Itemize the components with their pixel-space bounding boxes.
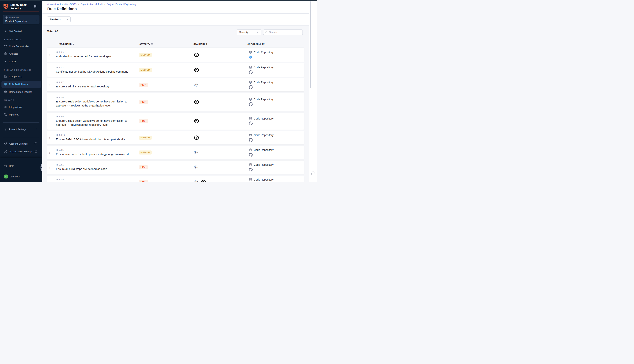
chevron-down-icon [66,18,68,20]
owasp-icon [194,118,199,124]
breadcrumb-separator-icon: › [78,3,79,6]
expand-chevron-icon[interactable]: › [49,68,50,72]
project-selector[interactable]: PROJECT Product Exploratory › [3,15,40,24]
gear-icon [4,128,7,131]
sidebar-section-supply-chain: SUPPLY CHAIN [4,38,21,41]
total-count: Total: 65 [47,30,58,33]
sidebar-item-remediation-tracker[interactable]: Remediation Tracker [0,89,42,94]
home-icon [4,30,7,32]
svg-text:?: ? [5,165,6,166]
github-icon [249,102,253,106]
expand-chevron-icon[interactable]: › [49,53,50,56]
applicable-on-label: Code Repository [254,178,273,181]
standards-cell [194,99,199,104]
rule-title: Certificate not verified by GitHub Actio… [56,70,138,74]
applicable-on-cell: Code Repository [249,178,273,181]
user-menu[interactable]: L Lavakush [0,174,42,179]
cis-icon [194,150,199,155]
expand-chevron-icon[interactable]: › [49,182,50,182]
severity-filter-dropdown[interactable]: Severity [237,29,261,35]
standards-cell [194,82,199,88]
breadcrumb-organization-link[interactable]: Organization: default [81,3,103,6]
cis-icon [194,165,199,170]
sidebar-item-label: Code Repositories [9,45,29,48]
breadcrumb-account-link[interactable]: Account: Automation-SSCA [47,3,77,6]
applicable-on-cell: Code Repository [249,148,273,157]
table-row[interactable]: › Id: 1.3.7 Ensure 2 admins are set for … [47,78,304,92]
sidebar-item-artifacts[interactable]: Artifacts [0,51,42,56]
breadcrumb-project-link[interactable]: Project: Product Exploratory [107,3,137,6]
sidebar-item-help[interactable]: ? Help [0,163,42,168]
code-repository-icon [249,117,252,120]
applicable-on-cell: Code Repository [249,163,273,172]
sidebar-item-label: Compliance [9,75,22,78]
expand-chevron-icon[interactable]: › [49,83,50,86]
rule-title: Authorization not enforced for custom tr… [56,54,138,58]
owasp-icon [194,99,199,104]
code-repository-icon [249,178,252,181]
sidebar-item-project-settings[interactable]: Project Settings › [0,126,42,132]
github-icon [249,70,253,74]
table-row[interactable]: › Id: 2.3.5 Ensure access to the build p… [47,146,304,159]
organization-icon [4,150,7,153]
github-icon [249,122,253,125]
table-row[interactable]: › Id: 1.3.10 Ensure SAML SSO tokens shou… [47,131,304,144]
expand-chevron-icon[interactable]: › [49,151,50,154]
divider [3,137,40,137]
table-row[interactable]: › Id: 1.1.9 HIGH Code Repository [47,176,304,182]
rule-title: Ensure access to the build process's tri… [56,152,138,156]
rule-id: Id: 1.2.8 [56,96,138,98]
severity-badge: HIGH [139,119,148,123]
expand-chevron-icon[interactable]: › [49,136,50,139]
artifacts-box-icon [4,52,7,55]
rule-id: Id: 1.3.7 [56,81,138,84]
sidebar-item-organization-settings[interactable]: Organization Settings i [0,149,42,154]
expand-chevron-icon[interactable]: › [49,166,50,169]
info-icon[interactable]: i [35,150,37,153]
applicable-on-label: Code Repository [254,66,273,69]
sidebar-item-compliance[interactable]: Compliance [0,74,42,79]
expand-chevron-icon[interactable]: › [49,120,50,123]
sidebar-item-integrations[interactable]: Integrations [0,104,42,110]
dropdown-label: Severity [239,31,248,34]
app-title: Supply Chain Security [11,3,33,10]
table-row[interactable]: › Id: 2.3.1 Ensure all build steps are d… [47,160,304,174]
right-gutter [309,1,317,182]
scrollbar-thumb[interactable] [310,2,311,88]
sidebar-item-label: Project Settings [9,128,27,131]
code-repository-icon [249,81,252,84]
sidebar-item-code-repositories[interactable]: Code Repositories [0,44,42,49]
project-cube-icon [5,16,8,19]
severity-badge: MEDIUM [139,68,152,72]
table-row[interactable]: › Id: 1.2.8 Ensure GitHub action workflo… [47,93,304,111]
table-row[interactable]: › Id: 1.2.9 Ensure GitHub action workflo… [47,113,304,130]
expand-chevron-icon[interactable]: › [49,100,50,104]
search-input[interactable] [269,31,298,34]
standards-filter-dropdown[interactable]: Standards [47,16,71,22]
github-icon [249,168,253,172]
table-row[interactable]: › Id: 2.3.9 Authorization not enforced f… [47,48,304,62]
column-header-severity[interactable]: SEVERITY [139,43,153,46]
table-row[interactable]: › Id: 2.1.2 Certificate not verified by … [47,63,304,76]
search-field [263,29,303,35]
chevron-right-icon: › [36,128,37,131]
rule-name-cell: Id: 2.3.9 Authorization not enforced for… [56,51,138,58]
chat-support-icon[interactable] [310,171,315,176]
rule-id: Id: 2.3.5 [56,149,138,151]
sidebar-item-get-started[interactable]: Get Started [0,28,42,34]
github-icon [249,85,253,89]
sidebar-item-pipelines[interactable]: Pipelines [0,112,42,117]
sidebar-item-cicd[interactable]: CI/CD [0,59,42,64]
code-repository-icon [249,163,252,166]
info-icon[interactable]: i [35,142,37,145]
applicable-on-cell: Code Repository [249,50,273,59]
sidebar-item-rule-definitions[interactable]: Rule Definitions [0,82,42,87]
owasp-icon [194,52,199,57]
code-repository-icon [249,98,252,101]
rule-title: Ensure GitHub action workflows do not ha… [56,119,138,127]
column-header-rule-name[interactable]: RULE NAME [59,43,74,45]
sidebar-item-account-settings[interactable]: Account Settings i [0,141,42,146]
module-switcher-icon[interactable] [34,5,38,8]
standards-cell [194,165,199,170]
sidebar-item-label: Get Started [9,30,22,32]
